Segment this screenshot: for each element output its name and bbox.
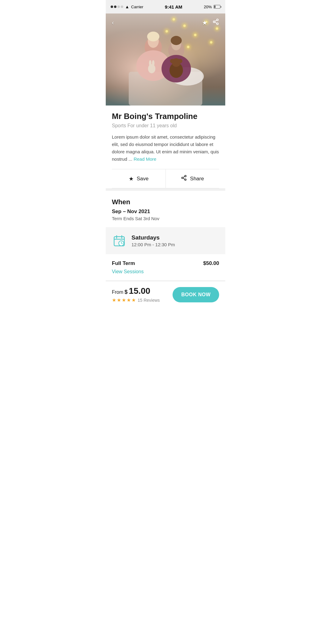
wifi-icon: ▲ bbox=[125, 4, 129, 9]
back-icon[interactable]: ‹ bbox=[112, 19, 114, 26]
price-dollar-sign: $ bbox=[124, 289, 127, 295]
price-from-section: From $ 15.00 ★ ★ ★ ★ ★ 15 Reviews bbox=[112, 286, 160, 303]
star-4: ★ bbox=[127, 297, 131, 303]
nav-back[interactable]: ‹ bbox=[112, 19, 114, 26]
star-2: ★ bbox=[117, 297, 121, 303]
pricing-row: Full Term $50.00 bbox=[112, 260, 219, 266]
battery-icon bbox=[214, 5, 220, 9]
svg-point-15 bbox=[149, 60, 151, 66]
status-time: 9:41 AM bbox=[165, 4, 182, 10]
view-sessions-button[interactable]: View Sessions bbox=[112, 269, 144, 274]
status-bar: ▲ Carrier 9:41 AM 20% bbox=[106, 0, 225, 13]
pricing-section: Full Term $50.00 View Sessions bbox=[106, 254, 225, 281]
venue-subtitle: Sports For under 11 years old bbox=[112, 123, 219, 128]
calendar-clock-icon bbox=[113, 235, 125, 247]
venue-description: Lorem ipsum dolor sit amet, consectetur … bbox=[112, 133, 219, 163]
save-label: Save bbox=[137, 176, 149, 182]
main-content: Mr Boing's Trampoline Sports For under 1… bbox=[106, 105, 225, 188]
star-5: ★ bbox=[131, 297, 136, 303]
save-star-icon: ★ bbox=[129, 175, 134, 182]
favorite-icon[interactable]: ★ bbox=[202, 19, 207, 26]
reviews-count: 15 Reviews bbox=[138, 298, 160, 303]
battery-percent: 20% bbox=[204, 5, 212, 9]
description-text: Lorem ipsum dolor sit amet, consectetur … bbox=[112, 134, 219, 162]
star-rating: ★ ★ ★ ★ ★ bbox=[112, 297, 136, 303]
status-right: 20% bbox=[204, 5, 220, 9]
svg-point-14 bbox=[148, 64, 155, 73]
nav-actions: ★ bbox=[202, 18, 219, 27]
when-title: When bbox=[112, 198, 219, 206]
hero-image: ‹ ★ bbox=[106, 13, 225, 105]
pricing-amount: $50.00 bbox=[203, 260, 219, 266]
price-value: 15.00 bbox=[129, 286, 150, 296]
when-section: When Sep – Nov 2021 Term Ends Sat 3rd No… bbox=[106, 191, 225, 227]
svg-line-25 bbox=[183, 178, 185, 179]
price-label-row: From $ 15.00 bbox=[112, 286, 160, 296]
svg-point-16 bbox=[152, 60, 154, 66]
signal-dot-3 bbox=[117, 6, 120, 8]
schedule-time: 12:00 Pm - 12:30 Pm bbox=[131, 242, 175, 247]
schedule-day: Saturdays bbox=[131, 234, 175, 241]
signal-dots bbox=[111, 6, 123, 8]
svg-point-8 bbox=[171, 36, 182, 45]
schedule-icon-wrap bbox=[112, 233, 127, 248]
status-left: ▲ Carrier bbox=[111, 4, 143, 9]
signal-dot-4 bbox=[121, 6, 123, 8]
schedule-card: Saturdays 12:00 Pm - 12:30 Pm bbox=[106, 227, 225, 254]
svg-point-12 bbox=[170, 59, 174, 63]
action-bar: ★ Save Share bbox=[112, 169, 219, 188]
svg-line-20 bbox=[215, 22, 217, 23]
term-ends: Term Ends Sat 3rd Nov bbox=[112, 216, 219, 221]
share-label: Share bbox=[190, 176, 204, 182]
signal-dot-1 bbox=[111, 6, 113, 8]
save-button[interactable]: ★ Save bbox=[112, 169, 166, 188]
venue-title: Mr Boing's Trampoline bbox=[112, 112, 219, 121]
share-action-icon bbox=[181, 175, 187, 182]
section-divider bbox=[106, 188, 225, 191]
svg-point-4 bbox=[147, 32, 159, 41]
pricing-label: Full Term bbox=[112, 260, 135, 266]
svg-point-13 bbox=[178, 59, 182, 63]
share-icon[interactable] bbox=[212, 18, 219, 27]
from-text: From bbox=[112, 289, 123, 295]
schedule-info: Saturdays 12:00 Pm - 12:30 Pm bbox=[131, 234, 175, 247]
svg-line-26 bbox=[183, 177, 185, 178]
star-3: ★ bbox=[122, 297, 126, 303]
date-range: Sep – Nov 2021 bbox=[112, 209, 219, 215]
stars-row: ★ ★ ★ ★ ★ 15 Reviews bbox=[112, 297, 160, 303]
share-button[interactable]: Share bbox=[166, 169, 219, 188]
carrier-label: Carrier bbox=[131, 5, 143, 9]
bottom-bar: From $ 15.00 ★ ★ ★ ★ ★ 15 Reviews BOOK N… bbox=[106, 281, 225, 308]
star-1: ★ bbox=[112, 297, 116, 303]
svg-line-21 bbox=[215, 20, 217, 21]
book-now-button[interactable]: BOOK NOW bbox=[173, 287, 219, 302]
signal-dot-2 bbox=[114, 6, 116, 8]
read-more-button[interactable]: Read More bbox=[134, 156, 156, 162]
nav-overlay: ‹ ★ bbox=[106, 13, 225, 32]
